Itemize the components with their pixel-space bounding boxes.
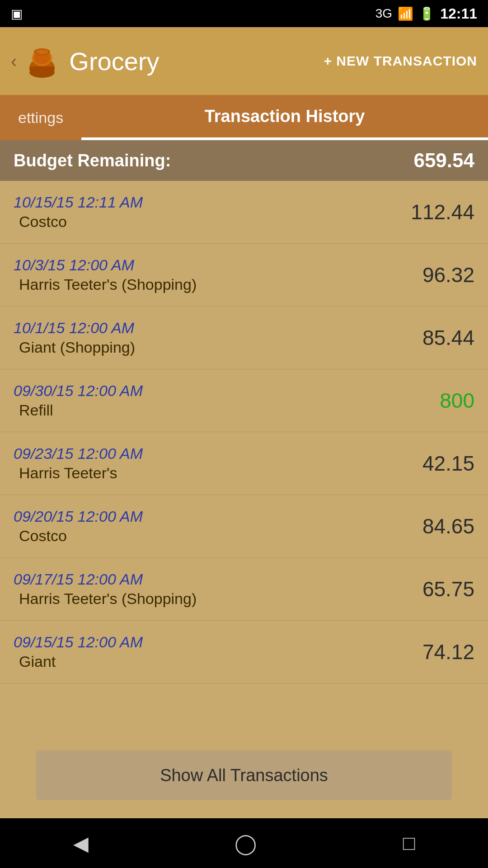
transaction-item[interactable]: 10/1/15 12:00 AMGiant (Shopping)85.44 — [0, 307, 488, 369]
transaction-info: 10/3/15 12:00 AMHarris Teeter's (Shoppin… — [14, 256, 422, 293]
transaction-date: 09/15/15 12:00 AM — [14, 633, 422, 651]
budget-value: 659.54 — [413, 149, 474, 172]
transaction-amount: 42.15 — [422, 451, 474, 476]
transaction-amount: 65.75 — [422, 577, 474, 601]
transaction-item[interactable]: 09/15/15 12:00 AMGiant74.12 — [0, 621, 488, 684]
app-logo-icon — [24, 43, 60, 79]
transaction-amount: 112.44 — [411, 200, 474, 224]
network-icon: 3G — [375, 6, 392, 21]
transaction-info: 10/1/15 12:00 AMGiant (Shopping) — [14, 319, 422, 356]
transaction-info: 09/17/15 12:00 AMHarris Teeter's (Shoppi… — [14, 571, 422, 608]
transaction-amount: 84.65 — [422, 514, 474, 538]
transaction-info: 09/23/15 12:00 AMHarris Teeter's — [14, 445, 422, 482]
transaction-merchant: Costco — [14, 527, 422, 545]
transaction-merchant: Harris Teeter's (Shopping) — [14, 590, 422, 608]
back-button[interactable]: ‹ — [11, 51, 17, 71]
new-transaction-button[interactable]: + NEW TRANSACTION — [324, 53, 478, 69]
transaction-merchant: Giant (Shopping) — [14, 339, 422, 356]
transaction-date: 09/23/15 12:00 AM — [14, 445, 422, 462]
transaction-amount: 85.44 — [422, 326, 474, 350]
battery-icon: 🔋 — [419, 6, 435, 21]
status-time: 12:11 — [440, 5, 477, 22]
tab-transaction-history[interactable]: Transaction History — [81, 95, 488, 140]
app-title: Grocery — [69, 47, 324, 76]
transaction-merchant: Harris Teeter's — [14, 464, 422, 482]
transaction-info: 09/20/15 12:00 AMCostco — [14, 508, 422, 545]
budget-bar: Budget Remaining: 659.54 — [0, 140, 488, 181]
transaction-amount: 800 — [440, 388, 474, 413]
transaction-info: 09/15/15 12:00 AMGiant — [14, 633, 422, 670]
tab-settings[interactable]: ettings — [0, 95, 81, 140]
show-all-transactions-button[interactable]: Show All Transactions — [36, 750, 452, 800]
transaction-item[interactable]: 09/17/15 12:00 AMHarris Teeter's (Shoppi… — [0, 558, 488, 621]
signal-icon: 📶 — [398, 6, 413, 21]
transaction-date: 10/1/15 12:00 AM — [14, 319, 422, 337]
transaction-info: 09/30/15 12:00 AMRefill — [14, 382, 440, 419]
transaction-info: 10/15/15 12:11 AMCostco — [14, 193, 411, 231]
transaction-date: 09/30/15 12:00 AM — [14, 382, 440, 400]
bottom-nav: ◀ ◯ □ — [0, 818, 488, 868]
transaction-date: 10/15/15 12:11 AM — [14, 193, 411, 211]
sim-icon: ▣ — [11, 7, 23, 21]
back-nav-button[interactable]: ◀ — [55, 827, 107, 859]
svg-point-6 — [29, 67, 55, 78]
app-header: ‹ Grocery + NEW TRANSACTION — [0, 27, 488, 95]
recents-nav-button[interactable]: □ — [385, 827, 433, 859]
transaction-item[interactable]: 09/23/15 12:00 AMHarris Teeter's42.15 — [0, 432, 488, 495]
budget-label: Budget Remaining: — [14, 151, 413, 170]
transaction-merchant: Refill — [14, 401, 440, 419]
transaction-item[interactable]: 10/3/15 12:00 AMHarris Teeter's (Shoppin… — [0, 244, 488, 307]
status-bar: ▣ 3G 📶 🔋 12:11 — [0, 0, 488, 27]
home-nav-button[interactable]: ◯ — [216, 827, 275, 859]
transaction-amount: 96.32 — [422, 263, 474, 287]
transaction-date: 09/20/15 12:00 AM — [14, 508, 422, 525]
svg-point-4 — [36, 50, 48, 54]
transaction-merchant: Giant — [14, 653, 422, 670]
transaction-list: 10/15/15 12:11 AMCostco112.4410/3/15 12:… — [0, 181, 488, 750]
transaction-merchant: Harris Teeter's (Shopping) — [14, 276, 422, 293]
transaction-item[interactable]: 09/30/15 12:00 AMRefill800 — [0, 369, 488, 432]
transaction-merchant: Costco — [14, 213, 411, 231]
transaction-item[interactable]: 09/20/15 12:00 AMCostco84.65 — [0, 495, 488, 558]
transaction-amount: 74.12 — [422, 640, 474, 664]
transaction-date: 10/3/15 12:00 AM — [14, 256, 422, 274]
transaction-item[interactable]: 10/15/15 12:11 AMCostco112.44 — [0, 181, 488, 244]
transaction-date: 09/17/15 12:00 AM — [14, 571, 422, 588]
tab-bar: ettings Transaction History — [0, 95, 488, 140]
